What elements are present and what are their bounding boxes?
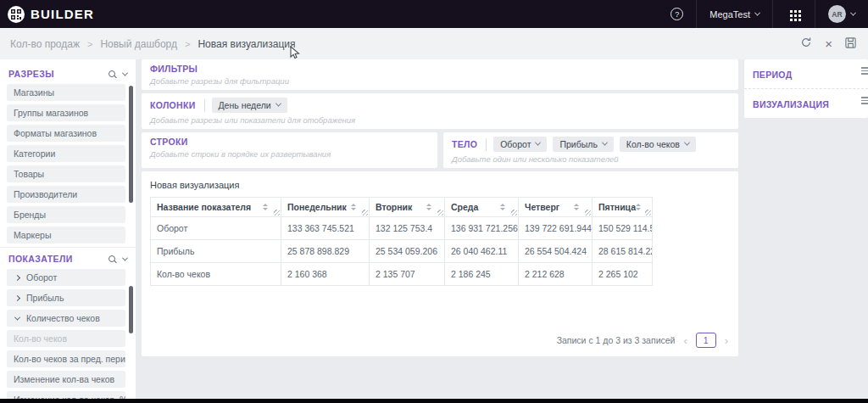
value-cell: 136 931 721.256 (445, 217, 519, 240)
refresh-button[interactable] (800, 36, 812, 52)
measure-item[interactable]: Изменение кол-ва чеков (7, 371, 125, 388)
breadcrumb-separator: > (87, 39, 92, 49)
chip-label: Кол-во чеков (626, 139, 680, 149)
body-chip-profit[interactable]: Прибыль (553, 137, 613, 152)
help-button[interactable]: ? (658, 0, 696, 28)
scrollbar-thumb[interactable] (129, 286, 133, 333)
breadcrumb-item-dashboard-group[interactable]: Кол-во продаж (10, 38, 80, 50)
filters-hint: Добавьте разрезы для фильтрации (150, 76, 730, 86)
pagination-prev-button[interactable]: ‹ (683, 334, 687, 347)
body-title: ТЕЛО (452, 139, 477, 149)
filters-dropzone[interactable]: ФИЛЬТРЫ Добавьте разрезы для фильтрации (142, 59, 738, 90)
search-icon[interactable] (108, 255, 115, 262)
value-cell: 26 554 504.424 (519, 240, 593, 263)
measure-item-disabled: Кол-во чеков (7, 330, 125, 347)
sort-icon (500, 204, 505, 210)
visualization-title: Новая визуализация (150, 180, 730, 190)
dimension-item[interactable]: Товары (7, 165, 125, 182)
dimensions-section-title: РАЗРЕЗЫ (8, 69, 54, 79)
chip-label: Прибыль (559, 139, 597, 149)
measure-group-checks[interactable]: Количество чеков (7, 310, 125, 327)
measure-group-profit[interactable]: Прибыль (7, 289, 125, 306)
body-hint: Добавьте один или несколько показателей (452, 154, 730, 164)
value-cell: 28 615 814.222 (593, 240, 653, 263)
column-resize-handle[interactable] (274, 210, 280, 215)
column-resize-handle[interactable] (645, 210, 651, 215)
measure-group-label: Количество чеков (26, 313, 100, 323)
top-app-bar: BUILDER ? MegaTest AR (0, 0, 868, 28)
dimension-item[interactable]: Производители (7, 186, 125, 203)
bottom-edge-bar (0, 399, 868, 403)
column-header[interactable]: Среда (445, 198, 519, 217)
rows-dropzone[interactable]: СТРОКИ Добавьте строки в порядке их разв… (142, 132, 437, 168)
search-icon[interactable] (108, 70, 115, 77)
dimensions-list: Магазины Группы магазинов Форматы магази… (0, 84, 136, 243)
value-cell: 2 135 707 (370, 263, 445, 286)
dimension-item[interactable]: Категории (7, 145, 125, 162)
value-cell: 2 265 102 (593, 263, 653, 286)
column-header[interactable]: Четверг (519, 198, 593, 217)
value-cell: 133 363 745.521 (281, 217, 370, 240)
table-row: Прибыль 25 878 898.829 25 534 059.206 26… (151, 240, 653, 263)
column-resize-handle[interactable] (585, 210, 591, 215)
row-name-cell: Прибыль (151, 240, 281, 263)
brand[interactable]: BUILDER (0, 6, 94, 23)
body-chip-turnover[interactable]: Оборот (493, 137, 547, 152)
body-chip-checks[interactable]: Кол-во чеков (620, 137, 696, 152)
columns-hint: Добавьте разрезы или показатели для отоб… (150, 115, 730, 125)
right-sidebar: ПЕРИОД ВИЗУАЛИЗАЦИЯ (744, 59, 868, 399)
dimension-item[interactable]: Форматы магазинов (7, 125, 125, 142)
dimensions-section-header: РАЗРЕЗЫ (0, 64, 136, 84)
column-chip-day-of-week[interactable]: День недели (212, 98, 287, 113)
user-menu[interactable]: AR (815, 0, 868, 28)
help-icon: ? (670, 8, 683, 20)
breadcrumb: Кол-во продаж > Новый дашборд > Новая ви… (10, 38, 295, 50)
pagination-next-button[interactable]: › (725, 334, 728, 347)
body-dropzone[interactable]: ТЕЛО Оборот Прибыль Кол-во чеков (443, 132, 738, 168)
column-header[interactable]: Название показателя (151, 198, 281, 217)
pivot-table: Название показателя Понедельник Вторник … (150, 197, 653, 286)
column-header[interactable]: Вторник (370, 198, 445, 217)
panel-menu-icon[interactable] (861, 67, 868, 76)
apps-grid-button[interactable] (772, 0, 815, 28)
chip-label: Оборот (500, 139, 531, 149)
collapse-section-icon[interactable] (122, 255, 128, 260)
left-sidebar: РАЗРЕЗЫ Магазины Группы магазинов Формат… (0, 59, 136, 399)
dimension-item[interactable]: Магазины (7, 84, 125, 101)
workspace-selector[interactable]: MegaTest (696, 0, 772, 28)
pagination-page-1[interactable]: 1 (696, 333, 716, 348)
columns-dropzone[interactable]: КОЛОНКИ День недели Добавьте разрезы или… (142, 93, 738, 129)
dimension-item[interactable]: Бренды (7, 206, 125, 223)
avatar: AR (828, 5, 846, 23)
dimension-item[interactable]: Маркеры (7, 227, 125, 243)
chevron-down-icon (14, 314, 20, 320)
column-resize-handle[interactable] (437, 210, 443, 215)
period-panel-title: ПЕРИОД (753, 70, 792, 80)
close-button[interactable]: × (825, 37, 832, 50)
scrollbar-thumb[interactable] (129, 86, 133, 203)
brand-name: BUILDER (31, 7, 94, 21)
column-header[interactable]: Понедельник (281, 198, 370, 217)
measures-list: Оборот Прибыль Количество чеков Кол-во ч… (0, 269, 136, 399)
chip-label: День недели (219, 100, 271, 110)
measure-item[interactable]: Кол-во чеков за пред. период (7, 350, 125, 367)
measure-group-turnover[interactable]: Оборот (7, 269, 125, 286)
value-cell: 132 125 753.4 (370, 217, 445, 240)
panel-menu-icon[interactable] (861, 97, 868, 106)
value-cell: 2 212 628 (519, 263, 593, 286)
column-resize-handle[interactable] (511, 210, 517, 215)
chevron-right-icon (14, 274, 20, 280)
column-header[interactable]: Пятница (593, 198, 653, 217)
measure-item[interactable]: Изменение кол-ва чеков, % (7, 391, 125, 399)
save-button[interactable] (845, 36, 856, 52)
visualization-settings-panel[interactable]: ВИЗУАЛИЗАЦИЯ (744, 88, 868, 118)
collapse-section-icon[interactable] (122, 70, 128, 76)
column-resize-handle[interactable] (362, 210, 368, 215)
dimension-item[interactable]: Группы магазинов (7, 104, 125, 121)
period-panel[interactable]: ПЕРИОД (744, 59, 868, 88)
sort-icon (636, 204, 641, 210)
breadcrumb-item-dashboard[interactable]: Новый дашборд (100, 38, 177, 50)
pagination-summary: Записи с 1 до 3 из 3 записей (557, 335, 676, 345)
chevron-right-icon (14, 294, 20, 300)
sort-icon (263, 204, 268, 210)
